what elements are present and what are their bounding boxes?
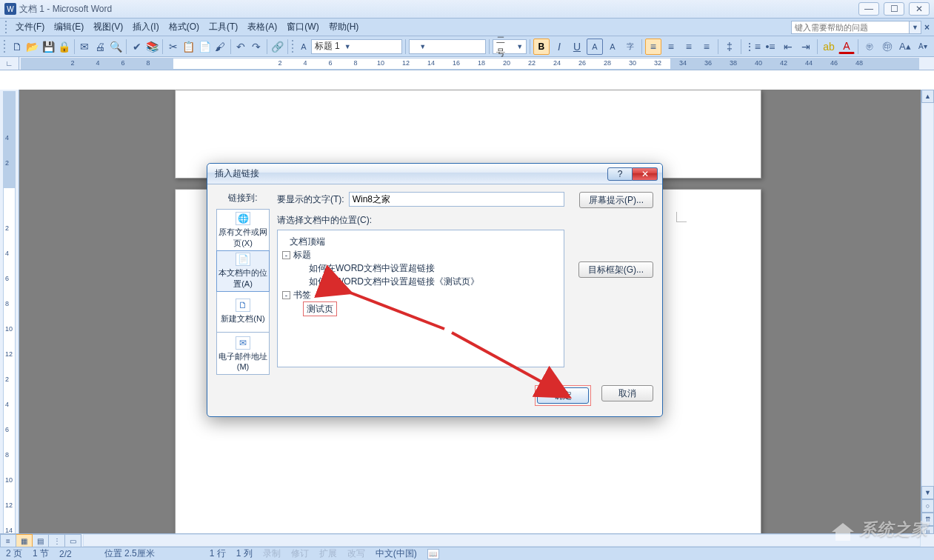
bullets-button[interactable]: •≡	[762, 39, 778, 55]
tree-label: 如何在WORD文档中设置超链接	[309, 263, 435, 273]
font-size-combo[interactable]: 二号 ▼	[493, 39, 527, 54]
cut-icon[interactable]: ✂	[166, 39, 180, 55]
collapse-icon[interactable]: -	[282, 291, 290, 299]
char-border-button[interactable]: A	[587, 39, 603, 55]
display-text-input[interactable]	[349, 192, 564, 207]
phonetic-guide-button[interactable]: 字	[622, 39, 638, 55]
horizontal-scroll-track[interactable]	[83, 534, 921, 547]
paste-icon[interactable]: 📄	[197, 39, 211, 55]
vertical-scrollbar[interactable]: ▲ ▼ ○ ⇈ ⇊	[921, 90, 934, 539]
menu-window[interactable]: 窗口(W)	[282, 19, 323, 35]
tab-email-address[interactable]: ✉ 电子邮件地址(M)	[217, 333, 269, 374]
ok-button[interactable]: 确定	[537, 387, 589, 404]
dialog-close-button[interactable]: ✕	[633, 167, 658, 181]
align-right-button[interactable]: ≡	[681, 39, 697, 55]
font-combo[interactable]: ▼	[409, 39, 486, 54]
target-frame-button[interactable]: 目标框架(G)...	[578, 261, 653, 278]
print-layout-view-button[interactable]: ▦	[16, 534, 33, 547]
status-record[interactable]: 录制	[263, 547, 281, 560]
menu-table[interactable]: 表格(A)	[243, 19, 281, 35]
print-preview-icon[interactable]: 🔍	[109, 39, 123, 55]
tree-node-top[interactable]: 文档顶端	[282, 235, 559, 248]
char-shading-button[interactable]: A	[604, 39, 621, 55]
ruler-corner-icon[interactable]: ∟	[0, 57, 19, 70]
grow-font-button[interactable]: A▴	[897, 39, 913, 55]
menu-file[interactable]: 文件(F)	[11, 19, 49, 35]
menu-help[interactable]: 帮助(H)	[324, 19, 364, 35]
redo-icon[interactable]: ↷	[250, 39, 264, 55]
outline-view-button[interactable]: ⋮	[49, 534, 65, 547]
print-icon[interactable]: 🖨	[93, 39, 107, 55]
increase-indent-button[interactable]: ⇥	[798, 39, 814, 55]
decrease-indent-button[interactable]: ⇤	[780, 39, 796, 55]
menu-tools[interactable]: 工具(T)	[204, 19, 242, 35]
enclose-char-button[interactable]: ㊥	[861, 39, 878, 55]
vertical-ruler-track[interactable]: 2424681012246810121416	[3, 91, 16, 538]
menu-format[interactable]: 格式(O)	[164, 19, 204, 35]
tree-node-headings[interactable]: -标题	[282, 248, 559, 261]
hyperlink-icon[interactable]: 🔗	[270, 39, 284, 55]
dialog-help-button[interactable]: ?	[607, 167, 633, 181]
mail-icon[interactable]: ✉	[78, 39, 92, 55]
numbering-button[interactable]: ⋮≡	[744, 39, 761, 55]
select-browse-object-button[interactable]: ○	[921, 499, 934, 513]
status-overtype[interactable]: 改写	[347, 547, 365, 560]
cancel-button[interactable]: 取消	[601, 385, 653, 401]
copy-icon[interactable]: 📋	[181, 39, 196, 55]
dialog-title: 插入超链接	[215, 167, 259, 180]
tree-node-heading-2[interactable]: 如何在WORD文档中设置超链接《测试页》	[282, 275, 559, 288]
toolbar-close-icon[interactable]: ×	[924, 22, 930, 33]
help-dropdown-button[interactable]: ▼	[910, 21, 921, 34]
align-distribute-button[interactable]: ≡	[698, 39, 715, 55]
scroll-down-button[interactable]: ▼	[921, 486, 934, 499]
underline-button[interactable]: U	[569, 39, 585, 55]
italic-button[interactable]: I	[551, 39, 567, 55]
menu-view[interactable]: 视图(V)	[89, 19, 127, 35]
undo-icon[interactable]: ↶	[234, 39, 248, 55]
collapse-icon[interactable]: -	[282, 251, 290, 259]
reading-view-button[interactable]: ▭	[65, 534, 81, 547]
web-layout-view-button[interactable]: ▤	[33, 534, 49, 547]
new-doc-icon[interactable]: 🗋	[10, 39, 24, 55]
ruler-track[interactable]: 8642246810121416182022242628303234363840…	[21, 58, 919, 70]
close-window-button[interactable]: ✕	[909, 2, 930, 16]
bold-button[interactable]: B	[533, 39, 550, 55]
document-location-tree[interactable]: 文档顶端 -标题 如何在WORD文档中设置超链接 如何在WORD文档中设置超链接…	[277, 230, 564, 367]
shrink-font-button[interactable]: A▾	[915, 39, 931, 55]
permission-icon[interactable]: 🔒	[57, 39, 71, 55]
status-language[interactable]: 中文(中国)	[376, 547, 417, 560]
help-search-input[interactable]	[791, 21, 910, 34]
menu-edit[interactable]: 编辑(E)	[50, 19, 88, 35]
align-left-button[interactable]: ≡	[645, 39, 661, 55]
normal-view-button[interactable]: ≡	[0, 534, 16, 547]
status-track[interactable]: 修订	[291, 547, 309, 560]
tab-existing-file[interactable]: 🌐 原有文件或网页(X)	[217, 210, 269, 251]
maximize-button[interactable]: ☐	[884, 2, 904, 16]
tree-node-bookmarks[interactable]: -书签	[282, 288, 559, 301]
scroll-up-button[interactable]: ▲	[921, 90, 934, 103]
research-icon[interactable]: 📚	[145, 39, 159, 55]
title-bar: W 文档 1 - Microsoft Word — ☐ ✕	[0, 0, 934, 19]
tab-place-in-document[interactable]: 📄 本文档中的位置(A)	[216, 250, 270, 292]
format-painter-icon[interactable]: 🖌	[213, 39, 227, 55]
open-icon[interactable]: 📂	[25, 39, 39, 55]
circle-text-button[interactable]: ㊞	[879, 39, 895, 55]
minimize-button[interactable]: —	[858, 2, 879, 16]
spell-check-icon[interactable]: ✔	[130, 39, 144, 55]
menu-insert[interactable]: 插入(I)	[128, 19, 163, 35]
status-extend[interactable]: 扩展	[319, 547, 337, 560]
style-pane-icon[interactable]: A	[298, 39, 310, 55]
tree-node-bookmark-testpage[interactable]: 测试页	[282, 301, 559, 316]
tree-node-heading-1[interactable]: 如何在WORD文档中设置超链接	[282, 261, 559, 275]
save-icon[interactable]: 💾	[41, 39, 55, 55]
screentip-button[interactable]: 屏幕提示(P)...	[579, 192, 653, 208]
style-combo[interactable]: 标题 1 ▼	[311, 39, 402, 54]
highlight-button[interactable]: ab	[821, 39, 837, 55]
book-icon[interactable]: 📖	[427, 549, 439, 559]
scroll-track[interactable]	[921, 103, 934, 486]
dialog-titlebar[interactable]: 插入超链接 ? ✕	[207, 164, 662, 184]
tab-new-document[interactable]: 🗋 新建文档(N)	[217, 291, 269, 333]
align-center-button[interactable]: ≡	[663, 39, 679, 55]
font-color-button[interactable]: A	[838, 39, 855, 54]
line-spacing-button[interactable]: ‡	[721, 39, 738, 55]
